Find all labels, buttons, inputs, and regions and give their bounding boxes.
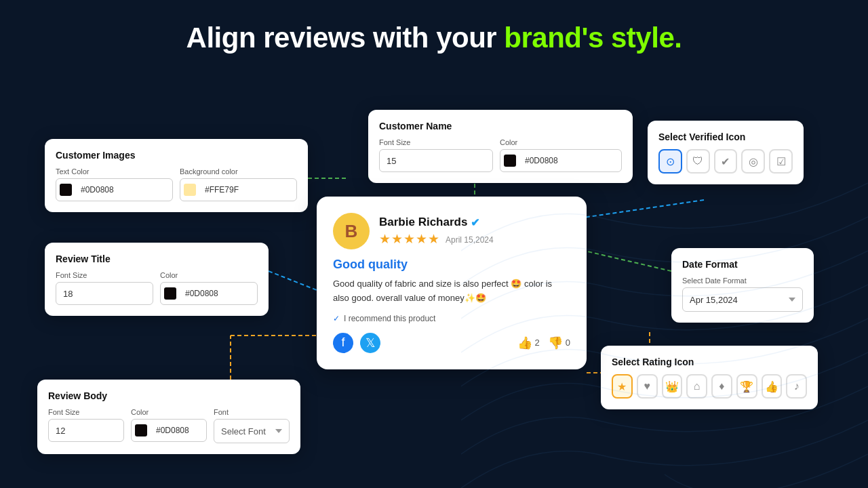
review-body-color-value: #0D0808 bbox=[151, 426, 195, 435]
rating-icon-thumbs-up[interactable]: 👍 bbox=[762, 374, 783, 399]
customer-name-fontsize-label: Font Size bbox=[379, 138, 493, 146]
verified-icon-title: Select Verified Icon bbox=[658, 131, 793, 142]
review-body-font-label: Font bbox=[214, 408, 290, 416]
avatar: B bbox=[333, 213, 370, 249]
review-title-text: Good quality bbox=[333, 258, 570, 272]
reviewer-name: Barbie Richards ✔ bbox=[379, 216, 494, 229]
rating-icon-row: ★ ♥ 👑 ⌂ ♦ 🏆 👍 ♪ bbox=[612, 374, 807, 399]
like-group[interactable]: 👍 2 bbox=[517, 336, 540, 350]
rating-icon-music[interactable]: ♪ bbox=[786, 374, 807, 399]
vote-icons: 👍 2 👎 0 bbox=[517, 336, 570, 350]
bg-color-label: Background color bbox=[180, 167, 297, 176]
verified-icon-shield[interactable]: 🛡 bbox=[686, 149, 710, 174]
review-body-text: Good quality of fabric and size is also … bbox=[333, 277, 570, 306]
title-highlight: brand's style. bbox=[504, 22, 682, 54]
bg-color-value: #FFE79F bbox=[199, 185, 244, 195]
date-format-select[interactable]: Apr 15,2024 15 Apr, 2024 04/15/2024 2024… bbox=[682, 287, 803, 312]
review-title-heading: Review Title bbox=[56, 253, 258, 264]
review-card: B Barbie Richards ✔ ★★★★★ April 15,2024 … bbox=[317, 197, 587, 369]
verified-icon-circle[interactable]: ⊙ bbox=[658, 149, 682, 174]
dislike-count: 0 bbox=[566, 338, 570, 348]
review-body-fontsize-input[interactable]: 12 bbox=[48, 419, 124, 442]
recommend-check-icon: ✓ bbox=[333, 314, 340, 323]
rating-icon-crown[interactable]: 👑 bbox=[662, 374, 683, 399]
thumbs-up-icon: 👍 bbox=[517, 336, 532, 350]
customer-name-color-label: Color bbox=[500, 138, 622, 146]
recommend-text: ✓ I recommend this product bbox=[333, 314, 570, 323]
review-body-font-select[interactable]: Select Font bbox=[214, 419, 290, 443]
verified-badge: ✔ bbox=[471, 216, 479, 229]
social-icons: f 𝕏 bbox=[333, 333, 380, 353]
customer-name-color-input[interactable]: #0D0808 bbox=[500, 149, 622, 172]
rating-icon-panel: Select Rating Icon ★ ♥ 👑 ⌂ ♦ 🏆 👍 ♪ bbox=[601, 346, 818, 409]
thumbs-down-icon: 👎 bbox=[548, 336, 563, 350]
text-color-label: Text Color bbox=[56, 167, 173, 176]
customer-name-title: Customer Name bbox=[379, 121, 622, 131]
verified-icon-at[interactable]: ◎ bbox=[741, 149, 765, 174]
verified-icon-panel: Select Verified Icon ⊙ 🛡 ✔ ◎ ☑ bbox=[648, 121, 804, 184]
review-title-panel: Review Title Font Size 18 Color #0D0808 bbox=[45, 243, 269, 316]
svg-line-4 bbox=[585, 251, 671, 271]
dislike-group[interactable]: 👎 0 bbox=[548, 336, 570, 350]
date-format-panel: Date Format Select Date Format Apr 15,20… bbox=[671, 248, 814, 323]
svg-line-5 bbox=[269, 271, 317, 290]
date-format-title: Date Format bbox=[682, 259, 803, 270]
review-title-fontsize-label: Font Size bbox=[56, 271, 153, 279]
rating-icon-home[interactable]: ⌂ bbox=[686, 374, 707, 399]
review-body-panel: Review Body Font Size 12 Color #0D0808 F… bbox=[37, 380, 300, 454]
facebook-icon[interactable]: f bbox=[333, 333, 353, 353]
like-count: 2 bbox=[535, 338, 540, 348]
review-body-fontsize-label: Font Size bbox=[48, 408, 124, 416]
main-title: Align reviews with your brand's style. bbox=[0, 0, 868, 54]
review-title-color-value: #0D0808 bbox=[180, 289, 224, 298]
review-body-color-input[interactable]: #0D0808 bbox=[131, 419, 207, 442]
customer-name-panel: Customer Name Font Size 15 Color #0D0808 bbox=[368, 110, 633, 183]
customer-images-title: Customer Images bbox=[56, 150, 297, 161]
review-title-fontsize-input[interactable]: 18 bbox=[56, 282, 153, 305]
title-text: Align reviews with your bbox=[186, 22, 505, 54]
text-color-input[interactable]: #0D0808 bbox=[56, 178, 173, 201]
review-body-color-label: Color bbox=[131, 408, 207, 416]
review-body-title: Review Body bbox=[48, 390, 290, 401]
customer-name-fontsize-input[interactable]: 15 bbox=[379, 149, 493, 172]
customer-name-color-value: #0D0808 bbox=[519, 156, 564, 165]
bg-color-input[interactable]: #FFE79F bbox=[180, 178, 297, 201]
customer-images-panel: Customer Images Text Color #0D0808 Backg… bbox=[45, 139, 308, 212]
rating-icon-star[interactable]: ★ bbox=[612, 374, 633, 399]
star-rating: ★★★★★ bbox=[379, 231, 440, 247]
rating-icon-shield2[interactable]: ♦ bbox=[711, 374, 732, 399]
review-title-color-input[interactable]: #0D0808 bbox=[160, 282, 258, 305]
verified-icon-row: ⊙ 🛡 ✔ ◎ ☑ bbox=[658, 149, 793, 174]
verified-icon-check-circle[interactable]: ✔ bbox=[714, 149, 738, 174]
review-title-color-label: Color bbox=[160, 271, 258, 279]
rating-icon-heart[interactable]: ♥ bbox=[637, 374, 658, 399]
verified-icon-check-square[interactable]: ☑ bbox=[769, 149, 793, 174]
rating-icon-title: Select Rating Icon bbox=[612, 357, 807, 367]
review-footer: f 𝕏 👍 2 👎 0 bbox=[333, 333, 570, 353]
text-color-value: #0D0808 bbox=[75, 185, 119, 195]
review-date: April 15,2024 bbox=[446, 235, 494, 245]
date-select-label: Select Date Format bbox=[682, 277, 803, 285]
twitter-icon[interactable]: 𝕏 bbox=[360, 333, 380, 353]
rating-icon-trophy[interactable]: 🏆 bbox=[736, 374, 757, 399]
